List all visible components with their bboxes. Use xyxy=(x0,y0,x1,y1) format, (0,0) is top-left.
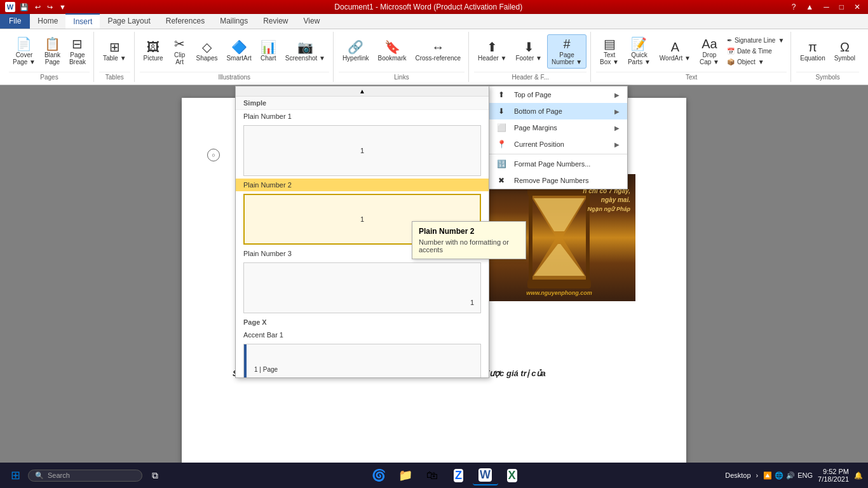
taskbar-explorer-app[interactable]: 📁 xyxy=(393,465,418,485)
ribbon-group-header-footer: ⬆ Header ▼ ⬇ Footer ▼ # PageNumber ▼ Hea… xyxy=(470,32,591,82)
close-btn[interactable]: ✕ xyxy=(851,3,863,11)
taskbar-word-app[interactable]: W xyxy=(473,465,498,485)
symbol-icon: Ω xyxy=(840,41,850,53)
screenshot-btn[interactable]: 📷 Screenshot ▼ xyxy=(281,38,329,64)
bottom-of-page-item[interactable]: ⬇ Bottom of Page ▶ xyxy=(489,103,627,119)
page-margins-item[interactable]: ⬜ Page Margins ▶ xyxy=(489,119,627,136)
tab-page-layout[interactable]: Page Layout xyxy=(100,14,158,29)
page-number-btn[interactable]: # PageNumber ▼ xyxy=(547,34,587,69)
screenshot-label: Screenshot ▼ xyxy=(285,55,325,62)
show-desktop-btn[interactable]: Desktop xyxy=(725,471,750,479)
header-label: Header ▼ xyxy=(478,55,506,62)
taskbar-edge-app[interactable]: 🌀 xyxy=(366,465,391,485)
tray-icons[interactable]: 🔼 xyxy=(763,471,772,480)
signature-line-btn[interactable]: ✒ Signature Line ▼ xyxy=(724,36,787,45)
quick-parts-btn[interactable]: 📝 QuickParts ▼ xyxy=(624,35,654,68)
cover-page-icon: 📄 xyxy=(16,37,32,50)
chart-btn[interactable]: 📊 Chart xyxy=(257,38,280,64)
page-x-section-label: Page X xyxy=(236,316,489,329)
text-box-btn[interactable]: ▤ TextBox ▼ xyxy=(596,35,623,68)
format-page-numbers-item[interactable]: 🔢 Format Page Numbers... xyxy=(489,156,627,172)
symbol-btn[interactable]: Ω Symbol xyxy=(831,38,859,64)
page-margins-label: Page Margins xyxy=(514,124,557,132)
tab-home[interactable]: Home xyxy=(30,14,65,29)
quick-parts-label: QuickParts ▼ xyxy=(628,51,651,65)
taskbar-store-app[interactable]: 🛍 xyxy=(419,465,445,485)
store-icon: 🛍 xyxy=(426,469,438,482)
date-time-btn[interactable]: 📅 Date & Time xyxy=(724,46,787,56)
taskbar-zalo-app[interactable]: Z xyxy=(446,465,471,485)
top-of-page-item[interactable]: ⬆ Top of Page ▶ xyxy=(489,86,627,103)
object-arrow: ▼ xyxy=(758,58,764,65)
cover-page-btn[interactable]: 📄 CoverPage ▼ xyxy=(9,35,39,68)
accent-bar-1-thumb[interactable]: 1 | Page xyxy=(243,344,481,378)
taskbar-excel-app[interactable]: X xyxy=(499,465,525,485)
minimize-btn[interactable]: ─ xyxy=(821,3,832,11)
equation-label: Equation xyxy=(800,55,825,62)
links-buttons: 🔗 Hyperlink 🔖 Bookmark ↔ Cross-reference xyxy=(339,32,465,71)
current-position-item[interactable]: 📍 Current Position ▶ xyxy=(489,136,627,152)
ribbon-group-tables: ⊞ Table ▼ Tables xyxy=(95,32,135,82)
smartart-btn[interactable]: 🔷 SmartArt xyxy=(222,38,255,64)
customize-quick-btn[interactable]: ▼ xyxy=(57,3,68,11)
task-view-btn[interactable]: ⧉ xyxy=(145,465,165,485)
plain-number-3-value: 1 xyxy=(470,299,474,306)
taskbar-search[interactable]: 🔍 Search xyxy=(28,470,142,482)
bookmark-label: Bookmark xyxy=(378,55,407,62)
table-btn[interactable]: ⊞ Table ▼ xyxy=(99,38,130,64)
save-quick-btn[interactable]: 💾 xyxy=(18,3,31,12)
tooltip-text: Number with no formatting or accents xyxy=(419,238,519,254)
accent-bar-1-value: 1 | Page xyxy=(254,366,278,373)
scroll-up-btn[interactable]: ▲ xyxy=(236,86,489,97)
picture-icon: 🖼 xyxy=(147,41,159,53)
object-btn[interactable]: 📦 Object ▼ xyxy=(724,57,787,67)
window-title: Document1 - Microsoft Word (Product Acti… xyxy=(68,3,789,11)
tab-references[interactable]: References xyxy=(158,14,212,29)
blank-page-btn[interactable]: 📋 BlankPage xyxy=(41,35,64,68)
redo-quick-btn[interactable]: ↪ xyxy=(45,3,55,12)
explorer-icon: 📁 xyxy=(398,468,412,482)
volume-icon[interactable]: 🔊 xyxy=(786,471,795,480)
tab-mailings[interactable]: Mailings xyxy=(212,14,255,29)
tab-file[interactable]: File xyxy=(0,14,30,29)
network-icon[interactable]: 🌐 xyxy=(775,471,783,480)
cross-reference-btn[interactable]: ↔ Cross-reference xyxy=(411,38,465,64)
remove-page-numbers-item[interactable]: ✖ Remove Page Numbers xyxy=(489,172,627,189)
hyperlink-btn[interactable]: 🔗 Hyperlink xyxy=(339,38,373,64)
help-btn[interactable]: ? xyxy=(789,3,799,11)
maximize-btn[interactable]: □ xyxy=(837,3,846,11)
footer-btn[interactable]: ⬇ Footer ▼ xyxy=(512,38,546,64)
header-btn[interactable]: ⬆ Header ▼ xyxy=(474,38,510,64)
plain-number-3-thumb[interactable]: 1 xyxy=(243,262,481,313)
search-icon: 🔍 xyxy=(35,471,44,480)
drop-cap-btn[interactable]: Aa DropCap ▼ xyxy=(696,35,723,68)
tab-review[interactable]: Review xyxy=(255,14,295,29)
svg-rect-5 xyxy=(529,194,532,281)
start-btn[interactable]: ⊞ xyxy=(5,465,25,485)
word-art-btn[interactable]: A WordArt ▼ xyxy=(656,38,695,64)
plain-number-1-thumb[interactable]: 1 xyxy=(243,125,481,176)
word-art-label: WordArt ▼ xyxy=(660,55,691,62)
blank-page-icon: 📋 xyxy=(44,37,60,50)
links-label: Links xyxy=(339,72,465,82)
equation-btn[interactable]: π Equation xyxy=(796,38,829,64)
page-break-btn[interactable]: ⊟ PageBreak xyxy=(65,35,90,68)
page-number-submenu: ⬆ Top of Page ▶ ⬇ Bottom of Page ▶ ⬜ Pag… xyxy=(488,86,628,189)
remove-page-numbers-icon: ✖ xyxy=(496,175,506,186)
signature-line-icon: ✒ xyxy=(727,37,732,44)
undo-quick-btn[interactable]: ↩ xyxy=(33,3,43,12)
notification-btn[interactable]: 🔔 xyxy=(854,471,863,480)
bookmark-btn[interactable]: 🔖 Bookmark xyxy=(374,38,410,64)
taskbar-right: Desktop › 🔼 🌐 🔊 ENG 9:52 PM 7/18/2021 🔔 xyxy=(725,468,863,483)
header-footer-buttons: ⬆ Header ▼ ⬇ Footer ▼ # PageNumber ▼ xyxy=(474,32,587,71)
shapes-btn[interactable]: ◇ Shapes xyxy=(193,38,222,64)
clip-art-btn[interactable]: ✂ ClipArt xyxy=(168,35,191,68)
show-desktop-arrow: › xyxy=(756,471,759,479)
cross-reference-icon: ↔ xyxy=(431,41,444,53)
picture-btn[interactable]: 🖼 Picture xyxy=(140,38,167,64)
quick-access: 💾 ↩ ↪ ▼ xyxy=(18,3,68,12)
remove-page-numbers-label: Remove Page Numbers xyxy=(514,177,588,184)
tab-insert[interactable]: Insert xyxy=(65,13,100,29)
tab-view[interactable]: View xyxy=(296,14,328,29)
ribbon-toggle-btn[interactable]: ▲ xyxy=(803,3,816,11)
